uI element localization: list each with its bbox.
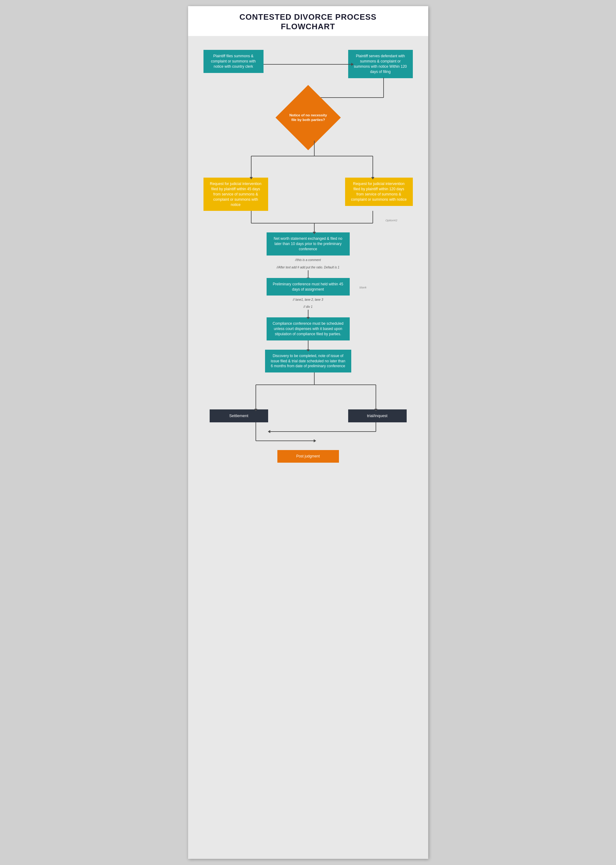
post-judgment-svg xyxy=(194,422,422,453)
split-svg xyxy=(194,141,422,177)
comment2-text: //After text add # add put the ratio. De… xyxy=(277,266,339,269)
comment2-section: //After text add # add put the ratio. De… xyxy=(277,264,339,270)
discovery-box: Discovery to be completed, note of issue… xyxy=(265,350,351,372)
post-judgment-arrows xyxy=(194,422,422,453)
rji-45-label: Request for judicial intervention filed … xyxy=(203,177,268,211)
final-split-section xyxy=(194,372,422,410)
arrow-to-preliminary xyxy=(308,270,308,278)
net-worth-box: Net worth statement exchanged & filed no… xyxy=(267,232,350,255)
compliance-text: Compliance conference must be scheduled … xyxy=(272,321,343,336)
post-judgment-text: Post judgment xyxy=(296,454,320,458)
page: CONTESTED DIVORCE PROCESS FLOWCHART Plai… xyxy=(188,6,428,859)
discovery-label: Discovery to be completed, note of issue… xyxy=(265,350,351,372)
preliminary-text: Preliminary conference must held within … xyxy=(273,282,343,292)
settlement-label: Settlement xyxy=(210,410,268,422)
title-line2: FLOWCHART xyxy=(281,22,335,31)
settlement-trial-row: Settlement trial/inquest xyxy=(194,410,422,422)
comment1-section: //this is a comment xyxy=(295,257,321,262)
diamond-section: Notice of no necessity file by both part… xyxy=(285,94,331,141)
title: CONTESTED DIVORCE PROCESS FLOWCHART xyxy=(191,12,425,31)
rji-row: Request for judicial intervention filed … xyxy=(194,177,422,211)
comment3-section: // lane1, lane 2, lane 3 xyxy=(293,297,323,302)
net-worth-label: Net worth statement exchanged & filed no… xyxy=(267,232,350,255)
rji-45-text: Request for judicial intervention filed … xyxy=(210,182,261,207)
rji-120-label: Request for judicial intervention filed … xyxy=(345,177,413,206)
svg-marker-30 xyxy=(314,439,316,442)
compliance-label: Compliance conference must be scheduled … xyxy=(267,317,350,340)
trial-text: trial/inquest xyxy=(367,413,387,418)
final-split-svg xyxy=(194,372,422,410)
header: CONTESTED DIVORCE PROCESS FLOWCHART xyxy=(188,6,428,36)
compliance-box: Compliance conference must be scheduled … xyxy=(267,317,350,340)
svg-marker-27 xyxy=(268,430,270,433)
rji-45-box: Request for judicial intervention filed … xyxy=(203,177,268,211)
comment4-section: // div 1 xyxy=(303,303,313,309)
notice-diamond-text: Notice of no necessity file by both part… xyxy=(287,111,330,124)
comment1-text: //this is a comment xyxy=(295,258,321,262)
svg-marker-1 xyxy=(351,63,354,66)
title-line1: CONTESTED DIVORCE PROCESS xyxy=(239,12,377,22)
arrow-to-discovery xyxy=(308,341,308,350)
arrow-to-compliance xyxy=(308,310,308,317)
trial-label: trial/inquest xyxy=(348,410,407,422)
diamond-split-section xyxy=(194,141,422,177)
preliminary-box: Preliminary conference must held within … xyxy=(267,278,350,296)
blank-label: blank xyxy=(360,284,367,290)
rji-120-box: Request for judicial intervention filed … xyxy=(345,177,413,211)
net-worth-text: Net worth statement exchanged & filed no… xyxy=(274,236,342,251)
option2-label: Option#2 xyxy=(385,217,398,223)
settlement-box: Settlement xyxy=(210,410,268,422)
converge-section: Option#2 xyxy=(194,211,422,232)
preliminary-label: Preliminary conference must held within … xyxy=(267,278,350,296)
trial-box: trial/inquest xyxy=(348,410,407,422)
rji-120-text: Request for judicial intervention filed … xyxy=(351,182,407,201)
flowchart: Plaintiff files summons & complaint or s… xyxy=(188,45,428,463)
comment3-text: // lane1, lane 2, lane 3 xyxy=(293,298,323,301)
comment4-text: // div 1 xyxy=(303,305,313,308)
discovery-text: Discovery to be completed, note of issue… xyxy=(270,354,345,369)
settlement-text: Settlement xyxy=(229,413,248,418)
